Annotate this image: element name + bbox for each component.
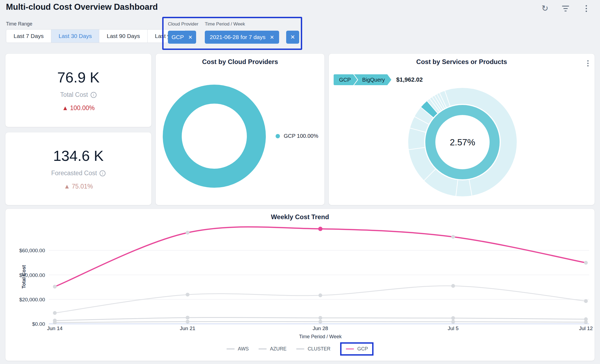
- info-icon[interactable]: i: [100, 170, 106, 176]
- data-point-cluster-1[interactable]: [186, 293, 190, 296]
- filter-icon[interactable]: [561, 4, 570, 13]
- forecasted-cost-value: 134.6 K: [53, 147, 104, 164]
- y-tick-label: $60,000.00: [19, 248, 45, 253]
- total-cost-delta: ▲ 100.00%: [62, 104, 95, 112]
- legend-dash-azure: [258, 349, 267, 349]
- total-cost-value: 76.9 K: [57, 69, 100, 86]
- cloud-provider-label: Cloud Provider: [168, 21, 198, 27]
- total-cost-label: Total Cost: [60, 91, 88, 98]
- data-point-aws-3[interactable]: [451, 316, 455, 320]
- cost-by-services-card: Cost by Services or Products GCP BigQuer…: [329, 54, 595, 205]
- data-point-azure-0[interactable]: [53, 321, 57, 324]
- data-point-aws-1[interactable]: [186, 316, 190, 320]
- legend-item-aws[interactable]: AWS: [226, 344, 249, 354]
- services-chart-title: Cost by Services or Products: [329, 58, 595, 66]
- trend-legend: AWSAZURECLUSTERGCP: [5, 342, 595, 356]
- forecasted-cost-card: 134.6 K Forecasted Cost i ▲ 75.01%: [5, 132, 151, 205]
- time-range-last-7-days[interactable]: Last 7 Days: [6, 29, 51, 43]
- info-icon[interactable]: i: [91, 92, 97, 98]
- data-point-gcp-0[interactable]: [53, 285, 57, 289]
- x-tick-label: Jul 5: [448, 325, 458, 331]
- breadcrumb-bigquery[interactable]: BigQuery: [354, 74, 391, 85]
- time-period-label: Time Period / Week: [205, 21, 245, 27]
- trend-line-gcp: [55, 227, 586, 286]
- y-tick-label: $20,000.00: [19, 297, 45, 302]
- trend-x-axis-label: Time Period / Week: [299, 334, 342, 339]
- y-tick-label: $0.00: [32, 321, 45, 327]
- time-range-segmented-control: Last 7 Days Last 30 Days Last 90 Days La…: [6, 29, 186, 43]
- cost-by-cloud-providers-card: Cost by Cloud Providers GCP 100.00%: [156, 54, 324, 205]
- legend-label-cluster: CLUSTER: [308, 346, 330, 352]
- x-tick-label: Jun 28: [312, 325, 328, 331]
- period-filter-chip[interactable]: 2021-06-28 for 7 days ✕: [205, 31, 279, 44]
- page-title: Multi-cloud Cost Overview Dashboard: [6, 2, 158, 12]
- data-point-cluster-3[interactable]: [451, 284, 455, 288]
- trend-line-chart[interactable]: $0.00$20,000.00$40,000.00$60,000.00Jun 1…: [5, 209, 595, 361]
- legend-dash-gcp: [346, 349, 354, 349]
- total-cost-card: 76.9 K Total Cost i ▲ 100.00%: [5, 54, 151, 127]
- providers-chart-title: Cost by Cloud Providers: [156, 58, 324, 66]
- data-point-cluster-4[interactable]: [584, 299, 588, 303]
- data-point-gcp-1[interactable]: [186, 231, 190, 235]
- time-range-last-30-days[interactable]: Last 30 Days: [51, 29, 100, 43]
- data-point-azure-3[interactable]: [451, 320, 455, 324]
- x-tick-label: Jun 14: [47, 325, 62, 331]
- data-point-azure-4[interactable]: [584, 320, 588, 324]
- card-kebab-menu-icon[interactable]: [587, 59, 589, 68]
- breadcrumb-gcp[interactable]: GCP: [334, 74, 357, 85]
- legend-label-gcp: GCP 100.00%: [284, 133, 318, 139]
- selected-service-amount: $1,962.02: [396, 76, 423, 83]
- legend-item-gcp[interactable]: GCP: [340, 342, 374, 356]
- remove-provider-chip-icon[interactable]: ✕: [188, 34, 193, 40]
- x-tick-label: Jun 21: [180, 325, 195, 331]
- legend-dash-aws: [226, 349, 235, 349]
- legend-dash-cluster: [296, 349, 304, 349]
- data-point-azure-1[interactable]: [186, 320, 190, 324]
- annotation-box-filters: Cloud Provider Time Period / Week GCP ✕ …: [162, 17, 302, 50]
- trend-chart-title: Weekly Cost Trend: [5, 213, 595, 221]
- data-point-cluster-0[interactable]: [53, 311, 57, 315]
- forecasted-cost-label: Forecasted Cost: [51, 170, 97, 177]
- data-point-gcp-3[interactable]: [451, 235, 455, 239]
- data-point-azure-2[interactable]: [318, 320, 322, 324]
- legend-item-cluster[interactable]: CLUSTER: [296, 344, 330, 354]
- kebab-menu-icon[interactable]: [582, 4, 591, 13]
- clear-filters-button[interactable]: ✕: [286, 31, 299, 44]
- data-point-gcp-4[interactable]: [584, 261, 588, 265]
- weekly-cost-trend-card: Weekly Cost Trend Total Cost $0.00$20,00…: [5, 209, 595, 361]
- data-point-gcp-2[interactable]: [318, 227, 323, 231]
- data-point-cluster-2[interactable]: [318, 293, 322, 297]
- remove-period-chip-icon[interactable]: ✕: [270, 34, 274, 40]
- legend-label-azure: AZURE: [270, 346, 286, 352]
- legend-label-gcp: GCP: [357, 346, 368, 352]
- refresh-icon[interactable]: ↻: [540, 4, 550, 13]
- trend-y-axis-label: Total Cost: [21, 261, 27, 293]
- provider-filter-chip[interactable]: GCP ✕: [168, 31, 196, 44]
- data-point-aws-2[interactable]: [318, 316, 322, 320]
- providers-donut-chart[interactable]: [156, 54, 324, 205]
- services-breadcrumb: GCP BigQuery $1,962.02: [334, 74, 423, 85]
- legend-item-azure[interactable]: AZURE: [258, 344, 286, 354]
- providers-legend[interactable]: GCP 100.00%: [276, 133, 318, 139]
- x-tick-label: Jul 12: [579, 325, 593, 331]
- sunburst-center-label: 2.57%: [450, 137, 475, 147]
- legend-label-aws: AWS: [238, 346, 249, 352]
- time-range-label: Time Range: [6, 21, 32, 27]
- forecasted-cost-delta: ▲ 75.01%: [64, 183, 93, 190]
- legend-dot-gcp: [276, 134, 280, 138]
- providers-donut-ring[interactable]: [172, 94, 256, 178]
- header-toolbar: ↻: [540, 4, 591, 13]
- time-range-last-90-days[interactable]: Last 90 Days: [99, 29, 148, 43]
